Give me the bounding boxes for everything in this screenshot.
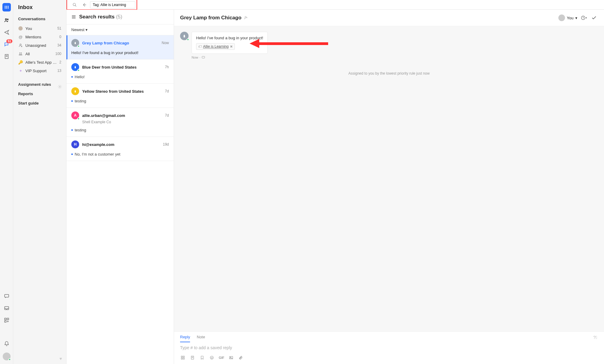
sender-company: Shell Example Co	[82, 120, 169, 124]
reply-input[interactable]	[180, 345, 598, 350]
svg-rect-28	[183, 356, 184, 357]
back-icon[interactable]	[80, 1, 88, 9]
topbar	[66, 0, 604, 10]
add-participant-icon[interactable]	[244, 16, 248, 20]
svg-rect-30	[183, 358, 184, 359]
conversation-item[interactable]: Grey Lamp from Chicago Now Hello! I've f…	[66, 35, 174, 60]
assignee-dropdown[interactable]: You ▾	[558, 14, 577, 21]
svg-point-3	[5, 19, 7, 20]
snooze-button[interactable]: ▾	[580, 14, 588, 22]
attachment-icon[interactable]	[238, 355, 244, 360]
svg-point-35	[211, 357, 212, 357]
chevron-down-icon: ▾	[86, 27, 88, 32]
sidebar-item-mentions[interactable]: @Mentions 0	[13, 33, 66, 41]
svg-rect-11	[7, 318, 8, 320]
snippet: testing	[71, 128, 169, 132]
search-input[interactable]	[90, 1, 135, 8]
svg-point-36	[212, 357, 212, 357]
conversation-tag[interactable]: 🏷 Allie is Learning ✖	[196, 43, 235, 50]
conversation-item[interactable]: H hi@example.com 19d No, I'm not a custo…	[66, 137, 174, 161]
sidebar-section: Conversations	[13, 15, 66, 24]
sidebar-title: Inbox	[13, 4, 66, 15]
people-icon[interactable]	[3, 17, 10, 24]
sender-name: Blue Deer from United States	[82, 65, 162, 69]
sidebar-item-you[interactable]: You 51	[13, 24, 66, 33]
time: 19d	[163, 142, 169, 147]
svg-point-18	[59, 86, 60, 87]
emoji-icon[interactable]	[209, 355, 215, 360]
sort-dropdown[interactable]: Newest ▾	[66, 24, 174, 35]
search-highlight	[66, 0, 137, 10]
search-icon[interactable]	[71, 1, 79, 9]
bookmark-icon[interactable]	[199, 355, 205, 360]
message-row: Hello! I've found a bug in your product!…	[180, 32, 598, 54]
bell-icon[interactable]	[3, 340, 10, 347]
messages-icon[interactable]: 51	[3, 41, 10, 48]
unread-dot	[71, 100, 73, 102]
sender-name: allie.urban@gmail.com	[82, 113, 162, 118]
unassigned-icon	[18, 43, 23, 48]
articles-icon[interactable]	[3, 53, 10, 60]
help-icon[interactable]: ?⃝	[593, 335, 598, 340]
send-icon[interactable]	[3, 29, 10, 36]
inbox-tray-icon[interactable]	[3, 305, 10, 311]
insert-article-icon[interactable]	[190, 355, 195, 360]
conversation-item[interactable]: Blue Deer from United States 7h Hello!	[66, 60, 174, 84]
user-avatar[interactable]	[3, 353, 11, 360]
svg-line-20	[75, 5, 76, 6]
gear-icon[interactable]	[58, 85, 62, 89]
conversation-item[interactable]: Yellow Stereo from United States 7d test…	[66, 84, 174, 108]
key-icon: 🔑	[18, 60, 23, 65]
time: Now	[162, 41, 169, 45]
svg-point-4	[7, 19, 8, 20]
sidebar-link-guide[interactable]: Start guide	[13, 98, 66, 108]
avatar-icon	[18, 26, 23, 31]
detail-body: Hello! I've found a bug in your product!…	[174, 26, 604, 331]
app-logo[interactable]	[2, 3, 11, 11]
snippet: testing	[71, 99, 169, 103]
svg-point-19	[73, 3, 76, 5]
hamburger-icon[interactable]	[71, 14, 76, 19]
assignee-avatar	[558, 14, 565, 21]
svg-point-17	[21, 53, 22, 54]
time: 7d	[165, 89, 169, 93]
heart-icon[interactable]: ♥	[60, 356, 62, 361]
detail-header: Grey Lamp from Chicago You ▾ ▾	[174, 10, 604, 26]
sidebar-link-reports[interactable]: Reports	[13, 89, 66, 98]
detail-column: Grey Lamp from Chicago You ▾ ▾	[174, 10, 604, 364]
tab-reply[interactable]: Reply	[180, 335, 190, 342]
sidebar-item-app[interactable]: 🔑Allie's Test App -… 2	[13, 58, 66, 66]
sidebar: Inbox Conversations You 51 @Mentions 0 U…	[13, 0, 66, 364]
chat-icon[interactable]	[3, 293, 10, 299]
svg-rect-0	[5, 6, 5, 9]
message-meta: Now ·	[192, 56, 598, 59]
composer-toolbar: GIF	[174, 353, 604, 364]
shortcuts-icon[interactable]	[180, 355, 186, 360]
tab-note[interactable]: Note	[197, 335, 205, 342]
main: Search results (5) Newest ▾ Grey Lamp fr…	[66, 0, 604, 364]
close-button[interactable]	[590, 14, 598, 22]
seen-icon	[202, 56, 205, 59]
assignment-note: Assigned to you by the lowest priority r…	[180, 71, 598, 76]
conversation-title: Grey Lamp from Chicago	[180, 15, 241, 21]
results-count: (5)	[116, 14, 122, 20]
unread-dot	[71, 76, 73, 78]
sidebar-item-vip[interactable]: ✦VIP Support 13	[13, 66, 66, 75]
conversation-item[interactable]: A allie.urban@gmail.com 7d Shell Example…	[66, 108, 174, 137]
annotation-arrow	[250, 39, 328, 48]
svg-point-16	[19, 53, 20, 54]
remove-tag-icon[interactable]: ✖	[230, 45, 233, 49]
gif-icon[interactable]: GIF	[219, 355, 224, 360]
sidebar-item-unassigned[interactable]: Unassigned 34	[13, 41, 66, 50]
snippet: Hello!	[71, 75, 169, 79]
image-icon[interactable]	[228, 355, 234, 360]
apps-icon[interactable]	[3, 317, 10, 324]
svg-point-24	[245, 16, 247, 18]
svg-rect-1	[6, 6, 7, 9]
composer: Reply Note ?⃝ GIF	[174, 331, 604, 364]
svg-rect-27	[181, 356, 182, 357]
team-icon	[18, 51, 23, 56]
sender-avatar	[71, 63, 79, 71]
sidebar-item-all[interactable]: All 100	[13, 50, 66, 58]
svg-rect-29	[181, 358, 182, 359]
